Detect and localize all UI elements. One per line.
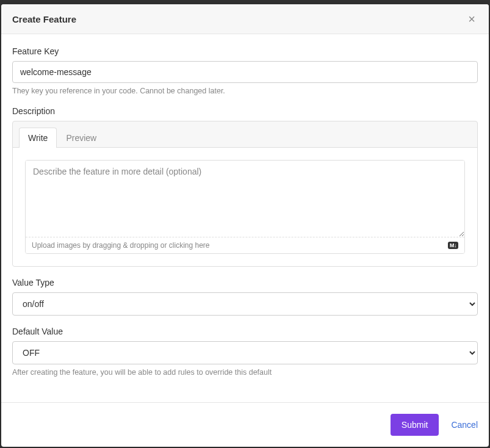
- default-value-help: After creating the feature, you will be …: [12, 368, 478, 377]
- description-container: Write Preview Upload images by dragging …: [12, 121, 478, 267]
- description-body: Upload images by dragging & dropping or …: [13, 147, 477, 266]
- submit-button[interactable]: Submit: [391, 414, 439, 436]
- textarea-wrap: Upload images by dragging & dropping or …: [25, 160, 465, 254]
- upload-hint-text: Upload images by dragging & dropping or …: [32, 241, 210, 250]
- upload-hint-bar[interactable]: Upload images by dragging & dropping or …: [26, 237, 464, 253]
- feature-key-group: Feature Key They key you reference in yo…: [12, 46, 478, 95]
- create-feature-modal: Create Feature × Feature Key They key yo…: [1, 4, 489, 447]
- default-value-group: Default Value OFF After creating the fea…: [12, 327, 478, 377]
- description-textarea[interactable]: [26, 161, 464, 237]
- description-label: Description: [12, 106, 478, 116]
- tab-write[interactable]: Write: [19, 128, 57, 148]
- feature-key-help: They key you reference in your code. Can…: [12, 87, 478, 95]
- modal-header: Create Feature ×: [1, 4, 489, 34]
- description-group: Description Write Preview Upload images …: [12, 106, 478, 267]
- default-value-label: Default Value: [12, 327, 478, 336]
- modal-title: Create Feature: [12, 14, 76, 24]
- close-icon[interactable]: ×: [466, 13, 478, 25]
- default-value-select[interactable]: OFF: [12, 341, 478, 364]
- value-type-group: Value Type on/off: [12, 278, 478, 316]
- feature-key-label: Feature Key: [12, 46, 478, 56]
- tab-preview[interactable]: Preview: [57, 128, 106, 148]
- value-type-select[interactable]: on/off: [12, 292, 478, 316]
- value-type-label: Value Type: [12, 278, 478, 287]
- cancel-button[interactable]: Cancel: [451, 420, 478, 430]
- markdown-icon: M↓: [448, 242, 458, 249]
- description-tabs: Write Preview: [13, 121, 477, 148]
- feature-key-input[interactable]: [12, 61, 478, 83]
- modal-footer: Submit Cancel: [1, 402, 489, 447]
- modal-body: Feature Key They key you reference in yo…: [1, 34, 489, 402]
